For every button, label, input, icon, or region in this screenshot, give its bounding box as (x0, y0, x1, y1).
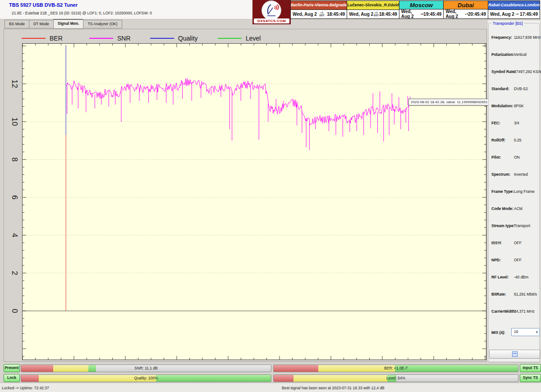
ber-progress-bar: BER: <1.0E-7 (273, 365, 518, 372)
window-title: TBS 5927 USB DVB-S2 Tuner (9, 2, 78, 8)
present-indicator-button[interactable]: Present (4, 364, 20, 372)
field-value: DVB-S2 (514, 87, 528, 91)
mis-select[interactable]: 16 ▾ (511, 328, 540, 336)
transponder-row-spectrum-: Spectrum:Inverted (489, 172, 539, 178)
chevron-down-icon: ▾ (536, 329, 538, 336)
legend-label: BER (50, 35, 63, 42)
dxsatcs-logo: DXSATCS.COM (252, 0, 291, 24)
y-tick-label-4: 4 (10, 230, 19, 240)
field-value: ON (514, 155, 520, 160)
utc-offset-value: +1 (516, 13, 519, 15)
mode-tabs: BS ModeDT ModeSignal Mon.TS Analyzer (OK… (5, 20, 122, 28)
field-label: Symbol Rate: (491, 69, 516, 74)
field-value: Inverted (514, 172, 528, 177)
transponder-row-stream-type-: Stream type:Transport (489, 223, 539, 229)
chart-tooltip: 2023-08-02 18.42.28, value: 11,199999809… (408, 99, 490, 105)
legend-item-ber: BER (22, 34, 63, 42)
legend-item-quality: Quality (150, 34, 198, 42)
lock-indicator-button[interactable]: Lock (4, 374, 20, 382)
transponder-row-frequency-: Frequency:11617,838 MHz (489, 35, 539, 41)
best-signal-status: Best signal has been seen at 2023-07-31 … (282, 386, 385, 390)
field-label: Polarization: (491, 52, 514, 57)
transponder-row-rolloff-: RollOff:0.25 (489, 138, 539, 143)
field-value: 8PSK (514, 104, 524, 108)
dst-flag: DST (320, 14, 325, 17)
clock-utc-offset: +1 (516, 13, 519, 15)
signal-plot-area[interactable] (22, 43, 486, 360)
field-value: 3/4 (514, 121, 519, 125)
clock-3: MoscowWed, Aug 2+319:45:49 (399, 0, 444, 19)
tab-dt-mode[interactable]: DT Mode (29, 20, 53, 28)
field-label: Spectrum: (491, 172, 510, 177)
y-tick-label-0: 0 (10, 306, 19, 316)
field-value: OFF (514, 258, 522, 262)
field-label: ISSYI (491, 241, 501, 245)
lock-uptime-status: Locked -> Uptime: 72:42:37 (2, 386, 49, 390)
legend-line-ber (22, 38, 46, 39)
transponder-row-symbol-rate-: Symbol Rate:27497,292 KS/s (489, 69, 539, 75)
tab-ts-analyzer-ok-[interactable]: TS Analyzer (OK) (83, 20, 122, 28)
clock-time-value: 20:45:49 (468, 12, 486, 17)
field-label: CarrierWidth: (491, 309, 516, 314)
logo-site-label: DXSATCS.COM (254, 18, 289, 23)
field-label: Code Mode: (491, 206, 513, 211)
legend-label: Quality (178, 35, 198, 42)
legend-line-level (218, 38, 242, 39)
y-tick-label-10: 10 (10, 117, 19, 127)
field-value: 27497,292 KS/s (514, 69, 541, 74)
clock-city-label: Lučenec-Slovakia_R.Dávid (347, 1, 399, 10)
field-label: Standard: (491, 87, 509, 91)
transponder-row-bitrate-: BitRate:61,291 Mbit/s (489, 292, 539, 297)
field-value: Vertical (514, 52, 527, 57)
field-label: Pilot: (491, 155, 501, 160)
sync-ts-button[interactable]: Sync TS (520, 374, 541, 382)
legend-label: SNR (117, 35, 131, 42)
bar-label: BER: <1.0E-7 (274, 365, 518, 372)
world-clocks: Berlin-Paris-Vienna-BelgradeWed, Aug 2+1… (291, 0, 540, 19)
field-value: Long Frame (514, 189, 535, 194)
input-ts-button[interactable]: Input TS (520, 364, 541, 372)
clock-5: Rabat-Casablanca-LondonWed, Aug 2+117:45… (488, 0, 540, 19)
quality-progress-bar: Quality: 100% (21, 374, 271, 382)
clock-time-value: 18:45:49 (327, 12, 345, 17)
clock-city-label: Berlin-Paris-Vienna-Belgrade (291, 1, 347, 10)
field-value: -40 dBm (514, 275, 528, 279)
field-label: Modulation: (491, 104, 513, 108)
transponder-groupbox: Transponder [BS] Frequency:11617,838 MHz… (488, 23, 540, 363)
y-tick-label-8: 8 (10, 155, 19, 164)
field-label: Stream type: (491, 223, 515, 228)
level-progress-bar: Level: 54% (273, 374, 518, 382)
clock-time-value: 18:45:49 (379, 12, 397, 17)
transponder-row-npd-: NPD:OFF (489, 258, 539, 263)
tab-bs-mode[interactable]: BS Mode (5, 20, 29, 28)
clock-1: Berlin-Paris-Vienna-BelgradeWed, Aug 2+1… (290, 0, 347, 19)
satellite-dish-icon (261, 0, 281, 20)
clock-time: Wed, Aug 2+1DST18:45:49 (291, 10, 347, 18)
clock-4: DubaiWed, Aug 2+420:45:49 (443, 0, 488, 19)
field-label: Frequency: (491, 35, 512, 40)
clock-city-label: Dubai (444, 1, 488, 9)
transponder-row-pilot-: Pilot:ON (489, 155, 539, 160)
field-value: 61,291 Mbit/s (514, 292, 537, 296)
ts-queue-button[interactable] (489, 350, 540, 359)
field-value: Transport (514, 223, 530, 228)
transponder-row-carrierwidth-: CarrierWidth:34,371 MHz (489, 309, 539, 315)
field-label: FEC: (491, 121, 500, 125)
legend-line-snr (89, 38, 113, 39)
field-value: ACM (514, 206, 523, 211)
utc-offset-value: +4 (465, 13, 468, 15)
transponder-row-code-mode-: Code Mode:ACM (489, 206, 539, 212)
transponder-row-fec-: FEC:3/4 (489, 121, 539, 126)
clock-time-value: 19:45:49 (423, 12, 441, 17)
field-label: RF Level: (491, 275, 509, 279)
mis-label: MIS (4): (491, 330, 505, 335)
ts-list-icon (512, 351, 518, 357)
transponder-row-polarization-: Polarization:Vertical (489, 52, 539, 58)
transponder-sidebar: Transponder [BS] Frequency:11617,838 MHz… (488, 20, 540, 361)
tab-signal-mon-[interactable]: Signal Mon. (53, 19, 83, 29)
utc-offset-value: +3 (421, 13, 424, 15)
clock-2: Lučenec-Slovakia_R.DávidWed, Aug 2+1DST1… (347, 0, 399, 19)
field-label: Frame Type: (491, 189, 514, 194)
field-label: NPD: (491, 258, 501, 262)
clock-utc-offset: +1DST (320, 11, 325, 17)
